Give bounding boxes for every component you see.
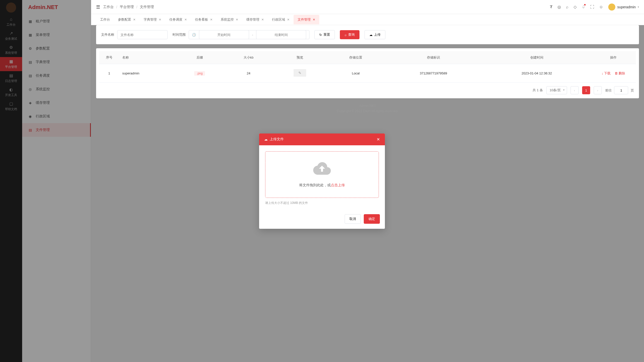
footer-title: Admin.NET: [101, 103, 634, 109]
start-date-input[interactable]: [199, 30, 249, 39]
tab-board[interactable]: 任务看板✕: [191, 15, 217, 24]
clock-icon: 🕓: [192, 33, 196, 37]
page-num: 1: [585, 88, 587, 92]
close-icon[interactable]: ✕: [261, 18, 264, 21]
reset-button[interactable]: ↻重置: [314, 30, 335, 39]
download-icon: ↓: [601, 71, 603, 75]
search-button[interactable]: ⌕查询: [340, 30, 359, 39]
filter-name-input[interactable]: [117, 30, 168, 39]
palette-icon[interactable]: ◇: [574, 5, 577, 9]
tab-label: 参数配置: [118, 17, 131, 22]
tab-label: 文件管理: [298, 17, 311, 22]
upload-button[interactable]: ☁上传: [365, 30, 385, 39]
page-size-label: 10条/页: [550, 88, 561, 92]
th-name: 名称: [119, 51, 175, 64]
cell-preview: [272, 64, 327, 83]
table-wrap: 序号 名称 后缀 大小kb 预览 存储位置 存储标识 创建时间 操作 1 sup: [96, 48, 639, 98]
range-dash: -: [252, 33, 253, 37]
target-icon[interactable]: ◎: [557, 5, 561, 9]
tab-dict[interactable]: 字典管理✕: [140, 15, 165, 24]
tab-monitor[interactable]: 系统监控✕: [217, 15, 242, 24]
filter-name: 文件名称: [101, 30, 168, 39]
close-icon[interactable]: ✕: [159, 18, 161, 21]
preview-thumb[interactable]: [294, 69, 306, 77]
ext-tag: .png: [194, 71, 205, 76]
cell-location: Local: [328, 64, 384, 83]
close-icon[interactable]: ✕: [210, 18, 213, 21]
page-jump: 前往 页: [605, 86, 634, 94]
tab-label: 工作台: [100, 17, 110, 22]
breadcrumb: 工作台 / 平台管理 / 文件管理: [103, 5, 154, 9]
cell-ext: .png: [175, 64, 225, 83]
header: ☰ 工作台 / 平台管理 / 文件管理 ₮ ◎ ⌕ ◇ ♤ ⛶ ☺ supera…: [91, 0, 644, 14]
fullscreen-icon[interactable]: ⛶: [590, 5, 594, 9]
th-preview: 预览: [272, 51, 327, 64]
tab-region[interactable]: 行政区域✕: [268, 15, 294, 24]
end-date-input[interactable]: [256, 30, 306, 39]
cell-created: 2023-01-04 12:36:32: [483, 64, 591, 83]
next-page-button[interactable]: ›: [594, 86, 602, 94]
date-range[interactable]: 🕓 -: [189, 30, 309, 39]
pagination: 共 1 条 10条/页 ‹ 1 › 前往 页: [99, 83, 636, 95]
tab-bar: 工作台 参数配置✕ 字典管理✕ 任务调度✕ 任务看板✕ 系统监控✕ 缓存管理✕ …: [91, 14, 644, 25]
breadcrumb-item[interactable]: 工作台: [103, 5, 114, 9]
tab-label: 缓存管理: [246, 17, 259, 22]
th-seq: 序号: [99, 51, 119, 64]
cell-ident: 371268771979589: [384, 64, 483, 83]
avatar: [608, 4, 615, 11]
op-label: 删除: [619, 71, 625, 76]
close-icon[interactable]: ✕: [313, 18, 315, 21]
tab-cache[interactable]: 缓存管理✕: [242, 15, 268, 24]
bell-icon[interactable]: ♤: [582, 5, 585, 9]
cloud-up-icon: ☁: [369, 33, 373, 37]
close-icon[interactable]: ✕: [133, 18, 136, 21]
download-link[interactable]: ↓下载: [601, 71, 611, 76]
jump-label: 前往: [605, 88, 612, 92]
tab-schedule[interactable]: 任务调度✕: [165, 15, 191, 24]
cell-seq: 1: [99, 64, 119, 83]
chevron-down-icon: ▾: [638, 6, 639, 8]
content: 文件名称 时间范围 🕓 - ↻重置 ⌕查询 ☁上传 序号: [91, 25, 644, 362]
filter-name-label: 文件名称: [101, 32, 114, 37]
main-area: ☰ 工作台 / 平台管理 / 文件管理 ₮ ◎ ⌕ ◇ ♤ ⛶ ☺ supera…: [91, 0, 644, 362]
table-header-row: 序号 名称 后缀 大小kb 预览 存储位置 存储标识 创建时间 操作: [99, 51, 636, 64]
user-dropdown[interactable]: superadmin ▾: [608, 4, 639, 11]
trash-icon: 🗑: [615, 71, 618, 75]
footer: Admin.NET Copyright © 2022 Dilon All rig…: [96, 98, 639, 119]
th-ops: 操作: [591, 51, 636, 64]
cell-ops: ↓下载 🗑删除: [591, 64, 636, 83]
op-label: 下载: [604, 71, 611, 76]
page-size-select[interactable]: 10条/页: [546, 86, 567, 94]
close-icon[interactable]: ✕: [287, 18, 290, 21]
tab-label: 系统监控: [221, 17, 234, 22]
th-created: 创建时间: [483, 51, 591, 64]
cell-size: 24: [225, 64, 272, 83]
jump-input[interactable]: [614, 86, 628, 94]
tab-label: 任务调度: [169, 17, 182, 22]
tab-file[interactable]: 文件管理✕: [294, 15, 319, 24]
prev-page-button[interactable]: ‹: [571, 86, 579, 94]
tab-workbench[interactable]: 工作台: [96, 15, 114, 24]
page-total: 共 1 条: [533, 88, 543, 93]
user-icon[interactable]: ☺: [599, 5, 603, 9]
breadcrumb-item[interactable]: 平台管理: [120, 5, 134, 9]
search-icon: ⌕: [345, 33, 347, 37]
page-1-button[interactable]: 1: [582, 86, 590, 94]
footer-copyright: Copyright © 2022 Dilon All rights reserv…: [101, 109, 634, 114]
tab-params[interactable]: 参数配置✕: [114, 15, 140, 24]
hamburger-icon[interactable]: ☰: [96, 4, 100, 10]
font-icon[interactable]: ₮: [550, 5, 552, 9]
filter-time: 时间范围 🕓 -: [173, 30, 309, 39]
th-ext: 后缀: [175, 51, 225, 64]
th-location: 存储位置: [328, 51, 384, 64]
close-icon[interactable]: ✕: [184, 18, 187, 21]
jump-suffix: 页: [631, 88, 634, 92]
table-row: 1 superadmin .png 24 Local 3712687719795…: [99, 64, 636, 83]
search-icon[interactable]: ⌕: [566, 5, 569, 9]
close-icon[interactable]: ✕: [236, 18, 238, 21]
th-size: 大小kb: [225, 51, 272, 64]
tab-label: 字典管理: [144, 17, 157, 22]
tab-label: 行政区域: [272, 17, 285, 22]
delete-link[interactable]: 🗑删除: [615, 71, 625, 76]
breadcrumb-sep: /: [116, 5, 117, 9]
